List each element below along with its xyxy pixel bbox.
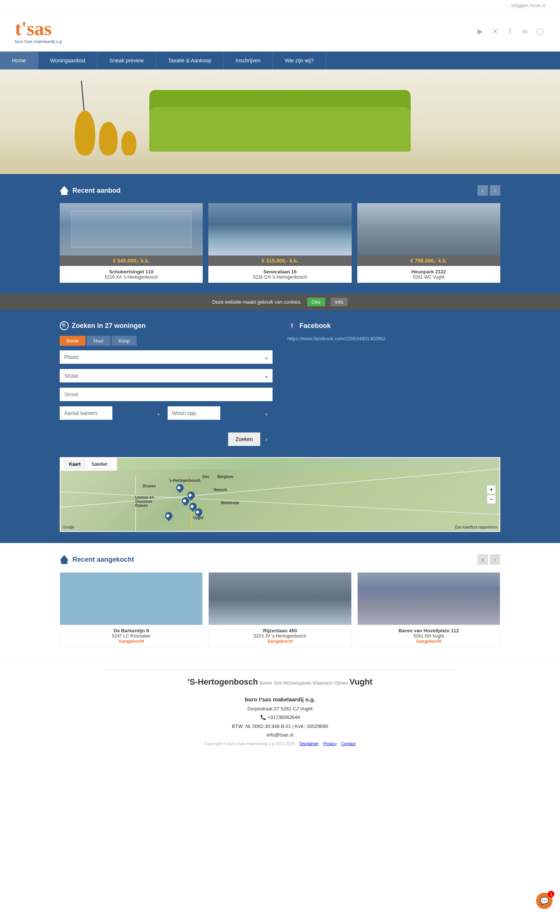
map-label-2: Vught [193,516,204,520]
aangekocht-nav-arrows: ‹ › [478,554,500,565]
facebook-url[interactable]: https://www.facebook.com/220634801302862 [287,336,500,341]
footer-link-contact[interactable]: Contact [341,741,355,746]
card-info-2: Senecalaan 16 5216 CH 's-Hertogenbosch [208,266,351,283]
kamers-group: Aantal kamers ▼ [60,406,165,423]
map-zoom-out[interactable]: − [487,495,496,504]
property-card-2[interactable]: € 315.000,- k.k. Senecalaan 16 5216 CH '… [208,203,351,283]
card-price-3: € 798.000,- k.k. [357,255,500,266]
google-label: Google [62,525,74,529]
facebook-title: f Facebook [287,321,500,330]
footer-link-privacy[interactable]: Privacy [323,741,337,746]
card-image-1 [60,203,203,255]
map-box[interactable]: Kaart Satelliet 's-Hertogenbosch Vught O… [60,457,500,532]
bought-card-1[interactable]: De Barkentijn 8 5247 LC Rosmalen Aangeko… [60,572,203,647]
nav-item-woningaanbod[interactable]: Woningaanbod [38,51,97,69]
facebook-panel: f Facebook https://www.facebook.com/2206… [287,321,500,446]
search-button[interactable]: Zoeken [228,432,261,446]
bought-card-info-3: Baron van Hovellplein 112 5261 GH Vught … [358,625,500,647]
footer-link-disclaimer[interactable]: Disclaimer [299,741,319,746]
card-image-3 [357,203,500,255]
x-icon[interactable]: ✕ [490,26,500,37]
woonopp-select[interactable]: Woon.opp. [168,406,220,420]
kamers-dropdown-icon: ▼ [156,412,161,417]
map-zoom-controls: + − [487,485,496,504]
recent-aanbod-title: Recent aanbod [60,186,121,195]
search-facebook-section: 🔍 Zoeken in 27 woningen Beide Huur Koop … [0,310,560,457]
logo-sub: buro t'sas makelaardij o.g. [15,39,63,44]
search-title: 🔍 Zoeken in 27 woningen [60,321,273,330]
map-label-heesch: Heesch [214,488,227,492]
bought-card-info-2: Rijzertlaan 450 5223 JV 's-Hertogenbosch… [209,625,351,647]
map-label-nist: Nistelrode [221,501,239,505]
aangekocht-title: Recent aangekocht [60,555,134,564]
aanbod-cards: € 545.000,- k.k. Schubertsingel 110 5216… [60,203,500,283]
nav-item-taxatie[interactable]: Taxatie & Aankoop [156,51,224,69]
bought-card-2[interactable]: Rijzertlaan 450 5223 JV 's-Hertogenbosch… [208,572,351,647]
map-zoom-in[interactable]: + [487,485,496,494]
aanbod-prev-arrow[interactable]: ‹ [478,185,488,196]
house-icon-aangekocht [60,555,69,564]
linkedin-icon[interactable]: in [520,26,530,37]
map-label-oss: Oss [202,475,210,479]
footer-phone: 📞 +31736562649 [260,714,300,720]
cookie-info-button[interactable]: Info [331,298,348,306]
cookie-bar: Deze website maakt gebruik van cookies. … [0,294,560,310]
logo-text: t'sas [15,19,63,39]
facebook-icon[interactable]: f [505,26,515,37]
bought-card-image-1 [60,573,202,625]
search-tabs: Beide Huur Koop [60,336,273,346]
aangekocht-cards: De Barkentijn 8 5247 LC Rosmalen Aangeko… [60,572,500,647]
nav-item-wie[interactable]: Wie zijn wij? [273,51,326,69]
nav-item-sneak[interactable]: Sneak preview [97,51,156,69]
property-card-1[interactable]: € 545.000,- k.k. Schubertsingel 110 5216… [60,203,203,283]
map-report-link[interactable]: Een kaartfout rapporteren [455,525,498,529]
aangekocht-prev-arrow[interactable]: ‹ [478,554,488,565]
cookie-text: Deze website maakt gebruik van cookies. [213,299,302,305]
kamers-select[interactable]: Aantal kamers [60,406,112,420]
login-link[interactable]: inloggen move.nl [511,3,545,8]
company-name: buro t'sas makelaardij o.g. [245,696,316,702]
card-info-3: Heunpark 2122 5261 WC Vught [357,266,500,283]
card-price-1: € 545.000,- k.k. [60,255,203,266]
hero-banner [0,69,560,174]
tab-huur[interactable]: Huur [87,336,111,346]
footer-address: Dorpsstraat 27 5261 CJ Vught [247,706,313,711]
map-inner: Kaart Satelliet 's-Hertogenbosch Vught O… [60,458,500,531]
footer-contact: buro t'sas makelaardij o.g. Dorpsstraat … [60,694,500,740]
map-tab-kaart[interactable]: Kaart [64,460,85,469]
cookie-ok-button[interactable]: Oke [307,298,325,306]
nav-item-home[interactable]: Home [0,51,38,69]
header: t'sas buro t'sas makelaardij o.g. ▶ ✕ f … [0,12,560,51]
search-straat-group: Straat ▼ [60,369,273,386]
card-image-2 [208,203,351,255]
youtube-icon[interactable]: ▶ [475,26,485,37]
aanbod-next-arrow[interactable]: › [490,185,500,196]
woonopp-group: Woon.opp. ▼ [168,406,273,423]
map-tab-satelliet[interactable]: Satelliet [87,460,112,469]
woonopp-dropdown-icon: ▼ [264,412,269,417]
bought-card-3[interactable]: Baron van Hovellplein 112 5261 GH Vught … [357,572,500,647]
social-icons: ▶ ✕ f in ◯ [475,26,545,37]
aangekocht-next-arrow[interactable]: › [490,554,500,565]
aanbod-nav-arrows: ‹ › [478,185,500,196]
footer-btw: BTW: NL 0082.30.948.B.01 | KvK: 16029890 [232,723,328,729]
search-arrow-button[interactable]: › [260,432,273,446]
search-straat-select[interactable]: Straat [60,369,273,382]
footer-email: info@tsas.nl [267,732,293,738]
recent-aangekocht-section: Recent aangekocht ‹ › De Barkentijn 8 52… [0,543,560,658]
search-circle-icon: 🔍 [60,321,69,330]
footer-cities: 'S-Hertogenbosch Boxter Sint-Michielsges… [60,677,500,687]
card-price-2: € 315.000,- k.k. [208,255,351,266]
map-label-berghem: Berghem [217,475,233,479]
aangekocht-header: Recent aangekocht ‹ › [60,554,500,565]
nav-item-inschrijven[interactable]: Inschrijven [224,51,273,69]
tab-beide[interactable]: Beide [60,336,85,346]
instagram-icon[interactable]: ◯ [535,26,545,37]
map-label-drunen: Drunen [142,484,156,488]
property-card-3[interactable]: € 798.000,- k.k. Heunpark 2122 5261 WC V… [357,203,500,283]
card-info-1: Schubertsingel 110 5216 XA 's-Hertogenbo… [60,266,203,283]
footer-copyright: Copyright © buro t'sas makelaardij o.g 2… [60,741,500,746]
search-straat-input[interactable] [60,388,273,401]
tab-koop[interactable]: Koop [112,336,136,346]
search-plaats-select[interactable]: Plaats [60,350,273,364]
